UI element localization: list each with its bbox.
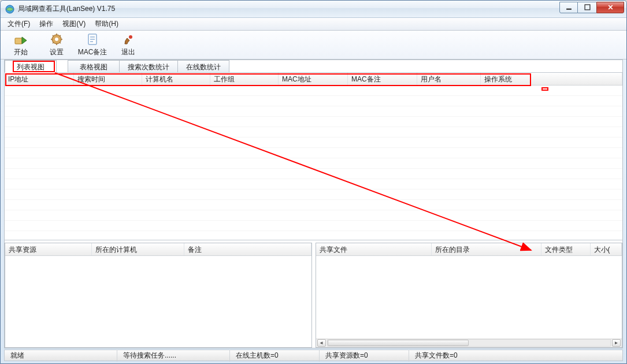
right-pane-header: 共享文件 所在的目录 文件类型 大小( (316, 243, 622, 256)
menubar: 文件(F) 操作 视图(V) 帮助(H) (1, 18, 626, 31)
col-os[interactable]: 操作系统 (481, 73, 622, 85)
table-row (5, 190, 622, 200)
table-row (5, 117, 622, 127)
col-mac[interactable]: MAC地址 (279, 73, 348, 85)
tab-list-view[interactable]: 列表视图 (5, 60, 57, 73)
left-pane-body[interactable] (5, 256, 311, 347)
app-icon (5, 5, 14, 14)
svg-point-6 (55, 38, 58, 41)
table-row (5, 158, 622, 169)
status-share-res: 共享资源数=0 (320, 350, 409, 362)
upper-list-body[interactable] (5, 86, 622, 240)
exit-label: 退出 (121, 47, 135, 57)
close-button[interactable] (596, 2, 624, 13)
exit-button[interactable]: 退出 (110, 32, 146, 58)
svg-point-8 (129, 35, 132, 39)
svg-rect-3 (15, 38, 22, 44)
play-icon (14, 32, 28, 46)
scroll-right-icon[interactable]: ► (612, 339, 621, 347)
mac-note-button[interactable]: MAC备注 (75, 32, 110, 58)
menu-view[interactable]: 视图(V) (58, 18, 90, 30)
table-row (5, 106, 622, 117)
settings-button[interactable]: 设置 (39, 32, 75, 58)
right-pane-hscroll[interactable]: ◄ ► (316, 339, 622, 347)
status-waiting: 等待搜索任务...... (117, 350, 230, 362)
col-source-computer[interactable]: 所在的计算机 (92, 243, 184, 255)
statusbar: 就绪 等待搜索任务...... 在线主机数=0 共享资源数=0 共享文件数=0 (4, 350, 623, 361)
col-username[interactable]: 用户名 (417, 73, 481, 85)
status-ready: 就绪 (5, 350, 117, 362)
table-row (5, 148, 622, 158)
col-ip[interactable]: IP地址 (5, 73, 74, 85)
table-row (5, 127, 622, 138)
tab-online-stats[interactable]: 在线数统计 (177, 60, 229, 72)
maximize-button[interactable] (578, 2, 596, 13)
tab-search-stats[interactable]: 搜索次数统计 (119, 60, 178, 72)
table-row (5, 138, 622, 148)
col-computer[interactable]: 计算机名 (142, 73, 210, 85)
scroll-track[interactable] (327, 339, 611, 347)
table-row (5, 221, 622, 231)
right-pane-body[interactable] (316, 256, 622, 339)
titlebar: 局域网查看工具(LanSee) V1.75 (1, 1, 626, 18)
col-mac-note[interactable]: MAC备注 (348, 73, 417, 85)
exit-icon (121, 32, 135, 46)
scroll-left-icon[interactable]: ◄ (317, 339, 326, 347)
client-area: 列表视图 表格视图 搜索次数统计 在线数统计 IP地址 搜索时间 计算机名 工作… (4, 60, 623, 348)
table-row (5, 231, 622, 240)
share-resource-pane: 共享资源 所在的计算机 备注 (5, 243, 312, 348)
menu-file[interactable]: 文件(F) (3, 18, 35, 30)
table-row (5, 200, 622, 210)
col-size[interactable]: 大小( (591, 243, 622, 255)
lower-area: 共享资源 所在的计算机 备注 共享文件 所在的目录 文件类型 大小( ◄ ► (5, 240, 622, 348)
col-workgroup[interactable]: 工作组 (210, 73, 279, 85)
upper-list: IP地址 搜索时间 计算机名 工作组 MAC地址 MAC备注 用户名 操作系统 (5, 73, 622, 240)
svg-marker-4 (22, 37, 27, 44)
status-share-files: 共享文件数=0 (409, 350, 622, 362)
window-controls (559, 2, 624, 13)
col-dir[interactable]: 所在的目录 (432, 243, 541, 255)
settings-label: 设置 (50, 47, 64, 57)
svg-rect-2 (585, 5, 590, 10)
minimize-button[interactable] (559, 2, 578, 13)
table-row (5, 96, 622, 106)
start-button[interactable]: 开始 (3, 32, 39, 58)
start-label: 开始 (14, 47, 28, 57)
table-row (5, 210, 622, 221)
toolbar: 开始 设置 MAC备注 退出 (1, 31, 626, 60)
left-pane-header: 共享资源 所在的计算机 备注 (5, 243, 311, 256)
gear-icon (50, 32, 64, 46)
col-share-resource[interactable]: 共享资源 (5, 243, 92, 255)
document-icon (86, 32, 99, 46)
scroll-thumb[interactable] (328, 340, 469, 346)
col-search-time[interactable]: 搜索时间 (74, 73, 142, 85)
share-file-pane: 共享文件 所在的目录 文件类型 大小( ◄ ► (316, 243, 623, 348)
table-row (5, 169, 622, 179)
tab-table-view[interactable]: 表格视图 (68, 60, 120, 72)
col-share-file[interactable]: 共享文件 (316, 243, 432, 255)
col-remark[interactable]: 备注 (184, 243, 311, 255)
table-row (5, 179, 622, 190)
svg-rect-1 (566, 9, 572, 10)
window-title: 局域网查看工具(LanSee) V1.75 (18, 4, 559, 14)
table-row (5, 86, 622, 96)
status-online-hosts: 在线主机数=0 (230, 350, 320, 362)
mac-note-label: MAC备注 (78, 47, 107, 57)
menu-help[interactable]: 帮助(H) (90, 18, 123, 30)
tabstrip: 列表视图 表格视图 搜索次数统计 在线数统计 (5, 60, 622, 73)
upper-list-header: IP地址 搜索时间 计算机名 工作组 MAC地址 MAC备注 用户名 操作系统 (5, 73, 622, 86)
app-window: 局域网查看工具(LanSee) V1.75 文件(F) 操作 视图(V) 帮助(… (0, 0, 627, 364)
col-file-type[interactable]: 文件类型 (541, 243, 591, 255)
menu-operate[interactable]: 操作 (35, 18, 58, 30)
